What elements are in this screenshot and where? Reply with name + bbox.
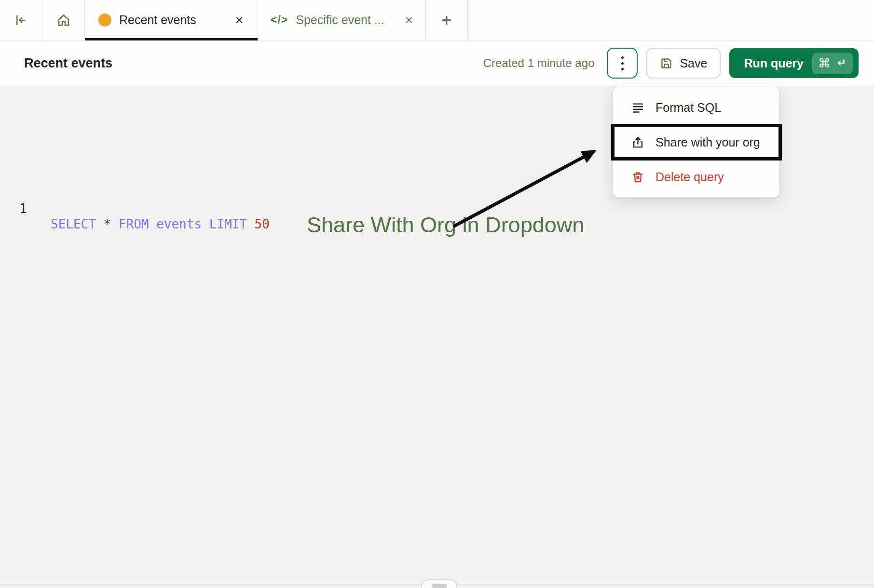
sql-query-editor-app: Recent events × </> Specific event ... ×… [0,0,874,588]
menu-item-share-with-org[interactable]: Share with your org [613,125,779,160]
run-query-shortcut: ⌘ [812,53,853,74]
kebab-icon [621,56,624,59]
line-number: 1 [19,201,27,216]
sql-statement: SELECT*FROMeventsLIMIT50 [51,216,270,232]
page-title: Recent events [24,56,112,71]
sql-keyword: FROM [119,217,149,231]
sql-keyword: LIMIT [209,217,247,231]
new-tab-button[interactable]: + [426,0,468,40]
sql-number: 50 [255,217,270,231]
collapse-sidebar-button[interactable] [0,0,42,40]
tab-label: Recent events [119,13,229,27]
menu-item-label: Format SQL [656,101,721,115]
menu-item-label: Delete query [656,170,724,184]
tab-recent-events[interactable]: Recent events × [85,0,258,40]
bottom-drag-handle[interactable] [421,579,457,588]
created-timestamp: Created 1 minute ago [483,56,595,70]
return-key-icon [834,57,847,69]
close-tab-icon[interactable]: × [405,13,413,27]
code-icon: </> [271,13,288,27]
format-lines-icon [631,101,644,114]
save-icon [659,56,673,70]
sql-identifier: events [156,217,202,231]
save-button[interactable]: Save [646,48,721,79]
header-actions: Created 1 minute ago Save Run query [483,48,859,79]
run-query-button[interactable]: Run query ⌘ [729,48,859,78]
menu-item-delete-query[interactable]: Delete query [613,160,779,194]
run-query-label: Run query [744,56,804,70]
plus-icon: + [441,10,451,30]
query-options-dropdown: Format SQL Share with your org Delete qu… [613,87,779,198]
trash-icon [631,171,644,184]
command-key-icon: ⌘ [818,57,831,69]
sql-keyword: SELECT [51,217,96,231]
tab-bar: Recent events × </> Specific event ... ×… [0,0,874,40]
save-button-label: Save [680,56,707,70]
drag-handle-icon [432,584,447,588]
share-upload-icon [631,136,644,149]
home-button[interactable] [42,0,85,40]
menu-item-format-sql[interactable]: Format SQL [613,90,779,125]
more-options-button[interactable] [607,48,638,79]
close-tab-icon[interactable]: × [235,13,243,27]
tab-label: Specific event ... [296,13,398,27]
tab-specific-event[interactable]: </> Specific event ... × [258,0,426,40]
menu-item-label: Share with your org [656,135,760,149]
query-header: Recent events Created 1 minute ago Save [0,40,874,86]
collapse-sidebar-icon [14,13,28,27]
sql-operator: * [104,217,111,231]
home-icon [56,13,71,28]
unsaved-changes-dot [98,13,111,27]
annotation-text: Share With Org in Dropdown [307,213,584,238]
